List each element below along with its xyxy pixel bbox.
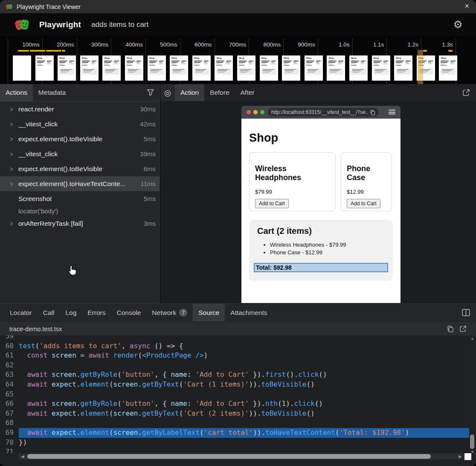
scroll-right-arrow[interactable]: ▶ <box>459 454 462 459</box>
action-row[interactable]: >Screenshot5ms <box>0 191 160 206</box>
thumbnail-shop-title: Shop <box>216 57 233 59</box>
tab-actions[interactable]: Actions <box>0 84 33 101</box>
action-row[interactable]: >react.render30ms <box>0 102 160 116</box>
action-row[interactable]: >expect.element().toHaveTextConte...11ms <box>0 176 160 191</box>
filmstrip-thumbnail[interactable]: Shop <box>372 55 390 81</box>
playwright-trace-viewer-window: Playwright Trace Viewer × Playwright add… <box>0 0 476 466</box>
address-bar[interactable]: http://localhost:63315/__vitest_test__/?… <box>268 108 379 116</box>
filmstrip-thumbnail[interactable]: Shop <box>439 55 457 81</box>
source-line[interactable]: 70}) <box>0 438 469 448</box>
split-view-icon[interactable] <box>462 309 470 316</box>
source-line[interactable]: 69 await expect.element(screen.getByLabe… <box>0 428 469 438</box>
expand-chevron-icon[interactable]: > <box>10 165 15 173</box>
vertical-scrollbar[interactable]: ▲ ▼ <box>469 335 475 453</box>
source-line[interactable]: 66 await screen.getByRole('button', { na… <box>0 399 469 409</box>
thumbnail-shop-title: Shop <box>127 57 143 59</box>
filmstrip-thumbnail[interactable]: Shop <box>237 55 255 81</box>
expand-chevron-icon[interactable]: > <box>10 180 15 188</box>
source-line[interactable]: 64 await expect.element(screen.getByText… <box>0 380 469 390</box>
filmstrip-thumbnail[interactable]: Shop <box>58 55 76 81</box>
add-to-cart-button[interactable]: Add to Cart <box>255 199 289 208</box>
filmstrip-thumbnail[interactable]: Shop <box>394 55 412 81</box>
filmstrip-thumbnail[interactable]: Shop <box>102 55 121 81</box>
settings-gear-icon[interactable]: ⚙ <box>453 18 463 30</box>
tab-attachments[interactable]: Attachments <box>225 304 273 321</box>
tab-call[interactable]: Call <box>38 304 60 321</box>
filmstrip-thumbnail[interactable]: Shop <box>305 55 323 81</box>
tab-console[interactable]: Console <box>111 304 146 321</box>
filmstrip-thumbnail[interactable]: Shop <box>260 55 278 81</box>
action-duration: 5ms <box>144 135 156 143</box>
action-label: __vitest_click <box>18 120 58 128</box>
action-row[interactable]: >expect.element().toBeVisible5ms <box>0 131 160 146</box>
copy-source-icon[interactable] <box>447 325 454 332</box>
action-duration-bar <box>448 50 453 52</box>
thumbnail-shop-title: Shop <box>441 57 457 59</box>
action-row[interactable]: >__vitest_click42ms <box>0 116 160 131</box>
traffic-light-yellow <box>253 110 258 114</box>
action-row[interactable]: >expect.element().toBeVisible6ms <box>0 161 160 176</box>
scroll-left-arrow[interactable]: ◀ <box>21 454 24 459</box>
expand-chevron-icon[interactable]: > <box>10 150 15 158</box>
source-line[interactable]: 67 await expect.element(screen.getByText… <box>0 409 469 419</box>
expand-chevron-icon[interactable]: > <box>10 219 15 228</box>
tab-network[interactable]: Network7 <box>146 304 193 321</box>
filmstrip-thumbnail[interactable]: Shop <box>148 55 166 81</box>
source-line[interactable]: 60test('adds items to cart', async () =>… <box>0 341 469 351</box>
scrollbar-corner <box>464 453 471 460</box>
tab-errors[interactable]: Errors <box>82 304 111 321</box>
horizontal-scroll-thumb[interactable] <box>27 454 431 459</box>
expand-chevron-icon[interactable]: > <box>10 120 15 128</box>
action-duration: 6ms <box>144 165 156 172</box>
source-line[interactable]: 62 <box>0 361 469 370</box>
thumbnail-shop-title: Shop <box>149 57 166 59</box>
source-code-view[interactable]: 5960test('adds items to cart', async () … <box>0 335 469 453</box>
filmstrip-thumbnail[interactable]: Shop <box>35 55 54 81</box>
tab-before[interactable]: Before <box>204 84 235 101</box>
copy-url-icon[interactable] <box>370 110 375 115</box>
line-content <box>19 418 469 428</box>
tab-locator[interactable]: Locator <box>4 304 38 321</box>
action-row[interactable]: >__vitest_click39ms <box>0 146 160 161</box>
scroll-up-arrow[interactable]: ▲ <box>470 336 474 341</box>
product-price: $12.99 <box>347 189 386 195</box>
tab-action[interactable]: Action <box>175 84 204 101</box>
browser-menu-icon[interactable] <box>389 110 395 116</box>
filmstrip-thumbnail[interactable]: Shop <box>192 55 211 81</box>
tab-source[interactable]: Source <box>193 304 225 321</box>
expand-chevron-icon[interactable]: > <box>10 105 15 114</box>
source-line[interactable]: 68 <box>0 418 469 428</box>
filmstrip-thumbnail[interactable]: Shop <box>125 55 143 81</box>
filmstrip-thumbnail[interactable]: Shop <box>215 55 233 81</box>
horizontal-scrollbar[interactable]: ◀ ▶ <box>19 453 464 460</box>
filmstrip-thumbnail[interactable]: Shop <box>327 55 345 81</box>
filmstrip-thumbnail[interactable]: Shop <box>349 55 368 81</box>
action-duration-bar <box>423 50 427 52</box>
vertical-scroll-thumb[interactable] <box>470 434 474 449</box>
source-line[interactable]: 61 const screen = await render(<ProductP… <box>0 351 469 361</box>
snapshot-tab-bar: ◎ Action Before After <box>160 84 476 101</box>
tab-log[interactable]: Log <box>60 304 82 321</box>
pick-locator-target-icon[interactable]: ◎ <box>160 84 175 101</box>
close-icon[interactable]: × <box>464 2 469 10</box>
expand-chevron-icon[interactable]: > <box>10 135 15 143</box>
filmstrip-thumbnail[interactable]: Shop <box>80 55 99 81</box>
filmstrip-thumbnail[interactable]: Shop <box>170 55 188 81</box>
timeline-filmstrip[interactable]: 100ms200ms300ms400ms500ms600ms700ms800ms… <box>0 36 476 84</box>
action-row[interactable]: >onAfterRetryTask [fail]3ms <box>0 216 160 231</box>
filmstrip-thumbnail[interactable] <box>13 55 31 81</box>
tab-after[interactable]: After <box>235 84 260 101</box>
product-price: $79.99 <box>255 189 330 195</box>
tab-metadata[interactable]: Metadata <box>33 84 72 101</box>
source-line[interactable]: 59 <box>0 335 469 341</box>
filmstrip-thumbnail[interactable]: Shop <box>282 55 300 81</box>
source-line[interactable]: 63 await screen.getByRole('button', { na… <box>0 370 469 380</box>
timeline-gridline <box>145 38 146 84</box>
add-to-cart-button[interactable]: Add to Cart <box>347 199 380 208</box>
open-source-external-icon[interactable] <box>459 325 467 332</box>
filter-funnel-icon[interactable] <box>147 89 154 96</box>
source-line[interactable]: 65 <box>0 390 469 399</box>
timeline-tick-label: 900ms <box>285 41 315 48</box>
open-snapshot-external-icon[interactable] <box>462 89 470 96</box>
source-line[interactable]: 71 <box>0 447 469 453</box>
